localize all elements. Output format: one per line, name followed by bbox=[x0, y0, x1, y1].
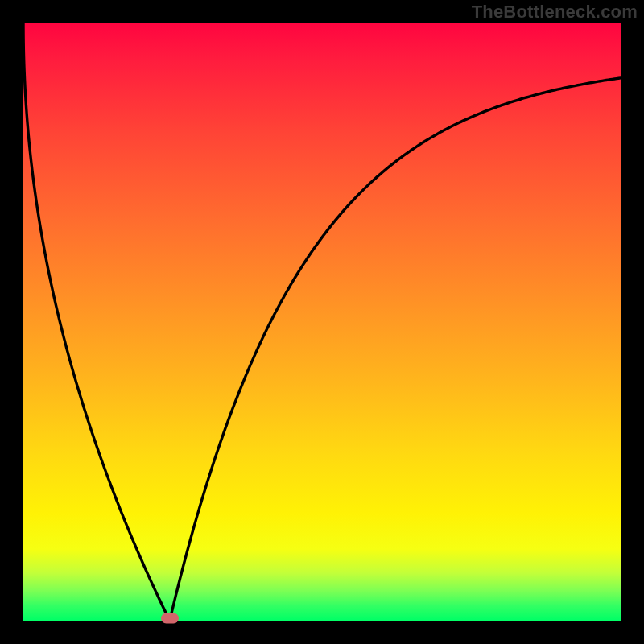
bottleneck-curve bbox=[23, 23, 621, 621]
plot-area bbox=[23, 23, 621, 621]
minimum-marker bbox=[161, 613, 179, 624]
curve-svg bbox=[23, 23, 621, 621]
chart-frame: TheBottleneck.com bbox=[0, 0, 644, 644]
attribution-text: TheBottleneck.com bbox=[472, 2, 638, 23]
